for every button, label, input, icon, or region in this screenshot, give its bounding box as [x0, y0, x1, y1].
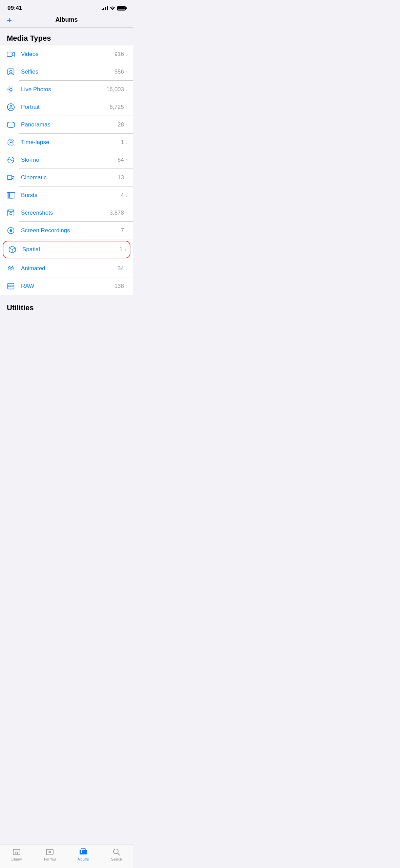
bursts-count: 4: [121, 192, 124, 199]
bursts-chevron: ›: [126, 192, 128, 198]
svg-rect-12: [7, 176, 12, 179]
list-item-time-lapse[interactable]: Time-lapse 1 ›: [0, 134, 133, 151]
time-lapse-chevron: ›: [126, 139, 128, 145]
raw-count: 138: [114, 283, 124, 290]
screenshots-count: 3,878: [109, 210, 124, 216]
svg-rect-16: [9, 192, 15, 198]
raw-chevron: ›: [126, 283, 128, 289]
list-item-spatial[interactable]: Spatial 1 ›: [3, 241, 130, 258]
selfies-count: 556: [114, 68, 124, 75]
list-item-raw[interactable]: RAW RAW 138 ›: [0, 277, 133, 295]
screenshots-chevron: ›: [126, 210, 128, 216]
cinematic-icon: [5, 172, 16, 183]
list-item-screenshots[interactable]: Screenshots 3,878 ›: [0, 204, 133, 222]
animated-chevron: ›: [126, 265, 128, 271]
bursts-icon: [5, 190, 16, 201]
spatial-icon: [7, 244, 18, 255]
animated-label: Animated: [21, 265, 118, 272]
svg-point-2: [9, 70, 12, 73]
spatial-chevron: ›: [125, 246, 126, 252]
screen-recordings-label: Screen Recordings: [21, 227, 121, 234]
panoramas-label: Panoramas: [21, 121, 118, 128]
signal-icon: [102, 6, 108, 10]
videos-chevron: ›: [126, 51, 128, 57]
utilities-section-header: Utilities: [0, 295, 133, 315]
screenrec-icon: [5, 225, 16, 236]
panoramas-count: 28: [118, 121, 124, 128]
slo-mo-label: Slo-mo: [21, 157, 118, 163]
list-item-portrait[interactable]: f Portrait 6,725 ›: [0, 98, 133, 116]
list-item-live-photos[interactable]: Live Photos 16,003 ›: [0, 81, 133, 98]
selfies-label: Selfies: [21, 68, 114, 75]
screenshots-label: Screenshots: [21, 210, 109, 216]
page-title: Albums: [55, 16, 78, 23]
wifi-icon: [110, 6, 115, 11]
cinematic-label: Cinematic: [21, 174, 118, 181]
svg-point-10: [10, 141, 12, 143]
videos-count: 916: [114, 51, 124, 58]
animated-icon: [5, 263, 16, 274]
svg-point-18: [10, 212, 12, 215]
screen-recordings-chevron: ›: [126, 228, 128, 233]
video-icon: [5, 49, 16, 60]
screen-recordings-count: 7: [121, 227, 124, 234]
screenshots-icon: [5, 208, 16, 218]
portrait-chevron: ›: [126, 104, 128, 110]
cinematic-count: 13: [118, 174, 124, 181]
live-icon: [5, 84, 16, 95]
svg-point-3: [9, 88, 12, 91]
list-item-screen-recordings[interactable]: Screen Recordings 7 ›: [0, 222, 133, 239]
media-types-list: Videos 916 › Selfies 556 › Live Photos: [0, 45, 133, 295]
portrait-count: 6,725: [109, 104, 124, 111]
raw-icon: RAW: [5, 281, 16, 292]
animated-count: 34: [118, 265, 124, 272]
list-item-selfies[interactable]: Selfies 556 ›: [0, 63, 133, 81]
selfies-chevron: ›: [126, 69, 128, 75]
panoramas-chevron: ›: [126, 122, 128, 127]
time-lapse-count: 1: [121, 139, 124, 146]
media-types-title: Media Types: [7, 34, 51, 42]
list-item-slo-mo[interactable]: Slo-mo 64 ›: [0, 151, 133, 169]
live-photos-count: 16,003: [106, 86, 124, 93]
live-photos-label: Live Photos: [21, 86, 106, 93]
live-photos-chevron: ›: [126, 86, 128, 92]
spatial-count: 1: [120, 246, 123, 253]
list-item-cinematic[interactable]: Cinematic 13 ›: [0, 169, 133, 186]
slo-mo-count: 64: [118, 157, 124, 163]
svg-point-20: [9, 229, 12, 232]
portrait-label: Portrait: [21, 104, 109, 111]
status-time: 09:41: [7, 5, 22, 12]
panorama-icon: [5, 119, 16, 130]
status-bar: 09:41: [0, 0, 133, 14]
svg-rect-0: [7, 52, 12, 56]
selfie-icon: [5, 66, 16, 77]
videos-label: Videos: [21, 51, 114, 58]
page-header: + Albums: [0, 14, 133, 27]
list-item-animated[interactable]: Animated 34 ›: [0, 260, 133, 277]
media-types-section-header: Media Types: [0, 28, 133, 45]
svg-text:RAW: RAW: [8, 285, 14, 287]
battery-icon: [117, 6, 126, 11]
list-item-videos[interactable]: Videos 916 ›: [0, 45, 133, 63]
time-lapse-label: Time-lapse: [21, 139, 121, 146]
list-item-panoramas[interactable]: Panoramas 28 ›: [0, 116, 133, 134]
portrait-icon: f: [5, 102, 16, 113]
cinematic-chevron: ›: [126, 175, 128, 180]
raw-label: RAW: [21, 283, 114, 290]
status-icons: [102, 6, 126, 11]
bursts-label: Bursts: [21, 192, 121, 199]
slo-mo-chevron: ›: [126, 157, 128, 163]
utilities-title: Utilities: [7, 303, 34, 312]
slomo-icon: [5, 155, 16, 165]
timelapse-icon: [5, 137, 16, 148]
spatial-label: Spatial: [22, 246, 120, 253]
add-button[interactable]: +: [7, 16, 12, 24]
list-item-bursts[interactable]: Bursts 4 ›: [0, 186, 133, 204]
